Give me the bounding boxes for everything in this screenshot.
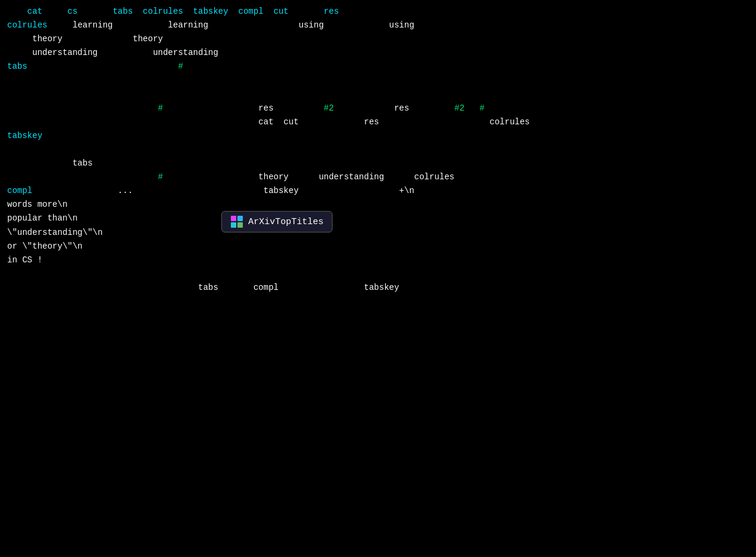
svg-rect-0 (231, 216, 236, 221)
code-content: cat cs tabs colrules tabskey compl cut r… (7, 5, 749, 295)
svg-rect-3 (237, 222, 243, 228)
svg-rect-1 (237, 216, 243, 221)
svg-rect-2 (231, 222, 236, 228)
tooltip-icon (230, 215, 243, 228)
tooltip-label: ArXivTopTitles (248, 217, 324, 227)
tooltip-popup: ArXivTopTitles (221, 211, 333, 232)
code-display: cat cs tabs colrules tabskey compl cut r… (0, 0, 756, 557)
